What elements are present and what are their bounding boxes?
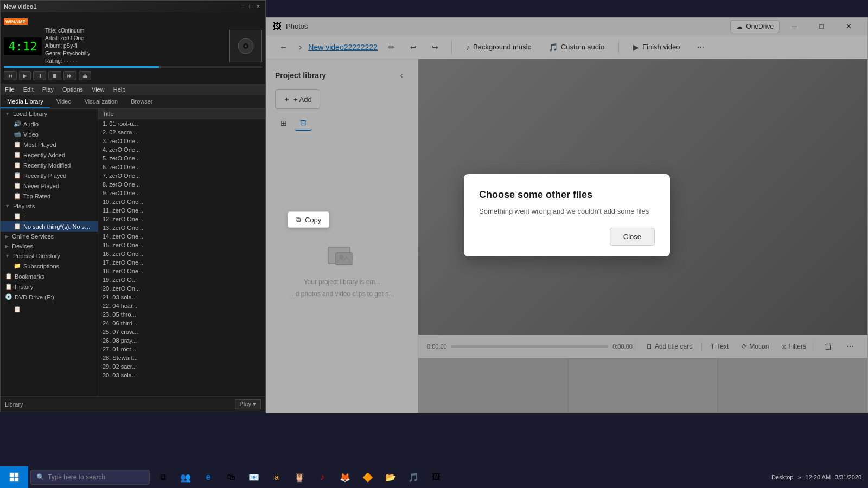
track-item[interactable]: 13. zerO One... [98,223,265,232]
taskbar-search[interactable]: 🔍 Type here to search [30,470,150,485]
track-item[interactable]: 4. zerO One... [98,145,265,154]
track-item[interactable]: 20. zerO On... [98,284,265,293]
sidebar-playlist-dot[interactable]: 📋 · [1,211,98,221]
filemanager-btn[interactable]: 📂 [380,466,401,488]
menu-options[interactable]: Options [58,84,87,95]
sidebar-playlists[interactable]: ▼ Playlists [1,201,98,211]
track-item[interactable]: 11. zerO One... [98,206,265,215]
tab-browser[interactable]: Browser [124,95,159,108]
sidebar-top-rated-label: Top Rated [23,193,50,200]
copy-icon: ⧉ [296,215,301,224]
sidebar-podcast-directory[interactable]: ▼ Podcast Directory [1,251,98,261]
lastfm-btn[interactable]: ♪ [311,466,333,488]
search-placeholder: Type here to search [48,473,105,481]
menu-edit[interactable]: Edit [19,84,38,95]
track-item[interactable]: 26. 08 pray... [98,336,265,345]
menu-play[interactable]: Play [38,84,58,95]
tab-media-library[interactable]: Media Library [1,95,50,108]
winamp-close-btn[interactable]: ✕ [254,3,262,10]
tripadvisor-btn[interactable]: 🦉 [289,466,310,488]
winamp-minimize-btn[interactable]: ─ [239,3,247,10]
sidebar-dvd-drive[interactable]: 💿 DVD Drive (E:) [1,292,98,302]
track-item[interactable]: 5. zerO One... [98,154,265,163]
tab-video[interactable]: Video [50,95,78,108]
firefox-btn[interactable]: 🦊 [334,466,356,488]
track-item[interactable]: 10. zerO One... [98,197,265,206]
winamp-tabs: Media Library Video Visualization Browse… [1,95,265,109]
task-view-btn[interactable]: ⧉ [152,466,174,488]
amazon-btn[interactable]: a [266,466,288,488]
sidebar-bookmarks[interactable]: 📋 Bookmarks [1,271,98,281]
people-btn[interactable]: 👥 [175,466,196,488]
track-item[interactable]: 8. zerO One... [98,180,265,189]
sidebar-local-library[interactable]: ▼ Local Library [1,109,98,119]
start-btn[interactable] [0,466,28,488]
sidebar-top-rated[interactable]: 📋 Top Rated [1,191,98,201]
sidebar-recently-modified[interactable]: 📋 Recently Modified [1,160,98,170]
track-item[interactable]: 19. zerO O... [98,275,265,284]
track-item[interactable]: 14. zerO One... [98,232,265,241]
winamp-sidebar: ▼ Local Library 🔊 Audio 📹 Video 📋 Most P… [1,109,98,396]
track-item[interactable]: 12. zerO One... [98,215,265,223]
stop-btn[interactable]: ⏹ [48,71,61,80]
track-item[interactable]: 29. 02 sacr... [98,362,265,371]
dialog-close-btn[interactable]: Close [610,228,655,246]
sidebar-never-played[interactable]: 📋 Never Played [1,181,98,191]
winamp-maximize-btn[interactable]: □ [247,3,254,10]
track-item[interactable]: 7. zerO One... [98,171,265,180]
track-item[interactable]: 25. 07 crow... [98,328,265,336]
track-item[interactable]: 21. 03 sola... [98,293,265,301]
library-label: Library [5,401,23,408]
store-btn[interactable]: 🛍 [220,466,242,488]
track-item[interactable]: 24. 06 third... [98,319,265,328]
sidebar-bookmarks-icon: 📋 [5,273,12,280]
mail-btn[interactable]: 📧 [243,466,265,488]
foobar-btn[interactable]: 🎵 [403,466,424,488]
sidebar-playlist-long[interactable]: 📋 No such thing*(s). No self, No ffreewi… [1,221,98,232]
photos-taskbar-btn[interactable]: 🖼 [425,466,447,488]
track-item[interactable]: 18. zerO One... [98,267,265,275]
sidebar-video-icon: 📹 [14,131,21,138]
sidebar-recently-played[interactable]: 📋 Recently Played [1,170,98,181]
track-item[interactable]: 9. zerO One... [98,189,265,197]
tab-visualization[interactable]: Visualization [78,95,125,108]
sidebar-video[interactable]: 📹 Video [1,129,98,139]
sidebar-subscriptions[interactable]: 📁 Subscriptions [1,261,98,271]
taskbar-icons: ⧉ 👥 e 🛍 📧 a 🦉 ♪ 🦊 🔶 📂 🎵 🖼 [152,466,447,488]
track-item[interactable]: 6. zerO One... [98,163,265,171]
sidebar-imported-icon: 📋 [14,306,21,313]
track-item[interactable]: 1. 01 root-u... [98,119,265,128]
sidebar-audio[interactable]: 🔊 Audio [1,119,98,129]
sidebar-online-services[interactable]: ▶ Online Services [1,232,98,241]
next-btn[interactable]: ⏭ [63,71,76,80]
track-item[interactable]: 15. zerO One... [98,241,265,249]
eject-btn[interactable]: ⏏ [79,71,91,80]
edge-btn[interactable]: e [197,466,219,488]
menu-view[interactable]: View [87,84,109,95]
sidebar-recently-added[interactable]: 📋 Recently Added [1,150,98,160]
pause-btn[interactable]: ⏸ [33,71,46,80]
play-small-btn[interactable]: Play ▾ [235,399,261,409]
track-item[interactable]: 30. 03 sola... [98,371,265,380]
track-item[interactable]: 2. 02 sacra... [98,128,265,137]
track-item[interactable]: 27. 01 root... [98,345,265,354]
track-item[interactable]: 22. 04 hear... [98,301,265,310]
play-btn[interactable]: ▶ [19,71,31,80]
copy-tooltip[interactable]: ⧉ Copy [288,211,329,228]
track-item[interactable]: 16. zerO One... [98,249,265,258]
track-item[interactable]: 28. Stewart... [98,354,265,362]
menu-help[interactable]: Help [109,84,130,95]
vlc-btn[interactable]: 🔶 [357,466,379,488]
progress-bar[interactable] [4,66,262,68]
track-item[interactable]: 17. zerO One... [98,258,265,267]
taskbar: 🔍 Type here to search ⧉ 👥 e 🛍 📧 a 🦉 ♪ 🦊 … [0,466,868,488]
sidebar-devices[interactable]: ▶ Devices [1,241,98,251]
track-item[interactable]: 3. zerO One... [98,137,265,145]
winamp-controls: ⏮ ▶ ⏸ ⏹ ⏭ ⏏ [4,71,262,80]
menu-file[interactable]: File [1,84,19,95]
prev-btn[interactable]: ⏮ [4,71,17,80]
sidebar-history[interactable]: 📋 History [1,281,98,292]
sidebar-most-played[interactable]: 📋 Most Played [1,139,98,150]
track-item[interactable]: 23. 05 thro... [98,310,265,319]
sidebar-imported-playlist[interactable]: 📋 [1,304,98,314]
